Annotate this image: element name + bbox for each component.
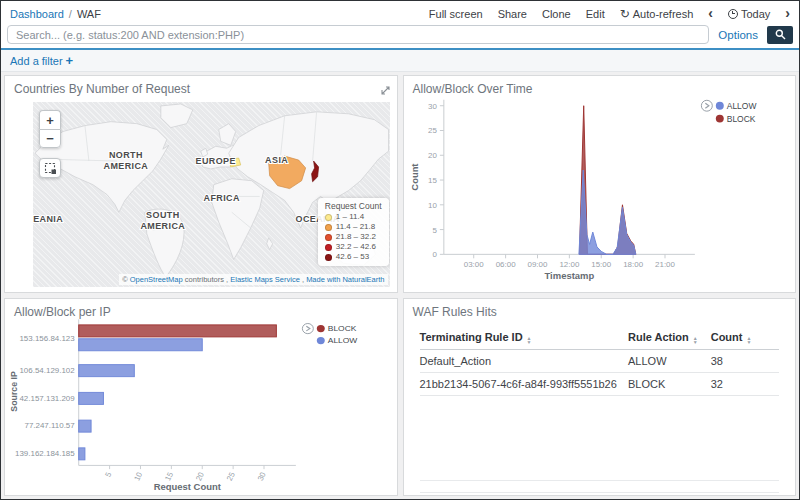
panel-title: WAF Rules Hits	[404, 299, 796, 319]
bar-allow	[79, 365, 135, 377]
bar-block	[79, 325, 277, 337]
legend-dot-allow[interactable]	[715, 102, 723, 110]
expand-icon	[381, 86, 390, 95]
clone-button[interactable]: Clone	[542, 8, 571, 20]
legend-label[interactable]: ALLOW	[726, 101, 756, 111]
map-legend-item: 11.4 – 21.8	[325, 222, 382, 232]
bar-allow	[79, 420, 91, 432]
options-link[interactable]: Options	[718, 29, 758, 41]
attribution-link[interactable]: OpenStreetMap	[130, 275, 183, 284]
legend-toggle-icon[interactable]	[701, 100, 712, 111]
region-scandinavia	[219, 124, 236, 146]
legend-dot-block[interactable]	[317, 325, 325, 332]
legend-range-label: 42.6 – 53	[336, 252, 369, 262]
x-axis-title: Request Count	[154, 483, 221, 493]
y-tick-label: 0	[432, 250, 437, 259]
panel-countries-map: Countries By Number of Request	[4, 75, 398, 293]
legend-color-dot	[325, 224, 332, 231]
sort-icon: ▲▼	[693, 337, 698, 344]
empty-row-divider	[420, 480, 780, 481]
panel-waf-rules-hits: WAF Rules Hits Terminating Rule ID▲▼Rule…	[403, 298, 797, 496]
add-filter-label: Add a filter	[10, 55, 63, 67]
x-tick-label: 25	[225, 471, 237, 482]
continent-label: EUROPE	[196, 156, 236, 166]
time-back-button[interactable]: ‹	[708, 9, 713, 19]
y-tick-label: 5	[432, 226, 437, 235]
table-cell: 38	[711, 350, 779, 373]
bar-allow	[79, 392, 104, 404]
x-tick-label: 20	[194, 471, 206, 482]
column-label: Rule Action	[628, 331, 689, 343]
breadcrumb-dashboard-link[interactable]: Dashboard	[10, 8, 64, 20]
y-tick-label: 30	[428, 102, 437, 111]
filter-bar: Add a filter +	[1, 50, 799, 72]
legend-label[interactable]: BLOCK	[726, 114, 755, 124]
map-draw-rectangle-button[interactable]	[39, 158, 61, 178]
category-label: 77.247.110.57	[24, 422, 74, 431]
table-row: Default_ActionALLOW38	[420, 350, 780, 373]
today-button[interactable]: Today	[728, 8, 770, 20]
continent-label: ASIA	[265, 155, 288, 165]
y-axis-title: Count	[408, 163, 419, 191]
x-tick-label: 30	[256, 471, 268, 482]
attribution-link[interactable]: Elastic Maps Service	[230, 275, 300, 284]
continent-africa	[212, 179, 264, 260]
category-label: 106.54.129.102	[19, 366, 74, 375]
x-tick-label: 03:00	[463, 260, 484, 269]
breadcrumb-separator: /	[69, 8, 72, 20]
chevron-left-icon: ‹	[708, 8, 713, 18]
map-zoom-in-button[interactable]: +	[39, 110, 61, 129]
bar-chart: 51015202530153.156.84.123106.54.129.1024…	[5, 299, 397, 495]
island-greenland	[161, 104, 193, 128]
query-bar: Options	[1, 23, 799, 50]
category-label: 42.157.131.209	[19, 394, 74, 403]
search-input[interactable]	[7, 25, 709, 44]
continent-label: OCEANIA	[33, 214, 63, 224]
column-label: Terminating Rule ID	[420, 331, 523, 343]
map-legend-title: Request Count	[325, 201, 382, 211]
column-label: Count	[711, 331, 743, 343]
empty-row-divider	[420, 492, 780, 493]
world-map[interactable]: NORTHAMERICASOUTHAMERICAEUROPEAFRICAASIA…	[33, 102, 390, 287]
full-screen-button[interactable]: Full screen	[429, 8, 483, 20]
column-header-count[interactable]: Count▲▼	[711, 325, 779, 350]
y-tick-label: 20	[428, 151, 437, 160]
time-forward-button[interactable]: ›	[785, 9, 790, 19]
breadcrumb-current: WAF	[77, 8, 101, 20]
auto-refresh-button[interactable]: ↻Auto-refresh	[620, 8, 694, 20]
refresh-icon: ↻	[620, 9, 630, 19]
map-legend-item: 32.2 – 42.6	[325, 242, 382, 252]
legend-color-dot	[325, 214, 332, 221]
map-legend-item: 1 – 11.4	[325, 212, 382, 222]
add-filter-button[interactable]: Add a filter +	[10, 53, 73, 68]
map-zoom-out-button[interactable]: −	[39, 129, 61, 148]
attribution-text: contributors ,	[183, 275, 231, 284]
plus-icon: +	[66, 53, 74, 68]
map-legend-item: 21.8 – 32.2	[325, 232, 382, 242]
kibana-dashboard: Dashboard / WAF Full screenShareCloneEdi…	[0, 0, 800, 500]
legend-toggle-icon[interactable]	[302, 324, 313, 334]
panel-allow-block-per-ip: Allow/Block per IP 51015202530153.156.84…	[4, 298, 398, 496]
legend-dot-allow[interactable]	[317, 337, 325, 344]
continent-label: AFRICA	[204, 193, 240, 203]
legend-label[interactable]: ALLOW	[328, 337, 358, 346]
y-axis-title: Source IP	[9, 371, 19, 411]
column-header-terminating-rule-id[interactable]: Terminating Rule ID▲▼	[420, 325, 629, 350]
edit-button[interactable]: Edit	[586, 8, 605, 20]
share-button[interactable]: Share	[498, 8, 527, 20]
legend-color-dot	[325, 254, 332, 261]
legend-label[interactable]: BLOCK	[328, 325, 357, 334]
continent-label: AMERICA	[140, 221, 185, 231]
legend-range-label: 21.8 – 32.2	[336, 232, 376, 242]
table-row: 21bb2134-5067-4c6f-a84f-993ff5551b26BLOC…	[420, 373, 780, 396]
legend-dot-block[interactable]	[715, 115, 723, 123]
panel-title: Allow/Block Over Time	[404, 76, 796, 96]
column-header-rule-action[interactable]: Rule Action▲▼	[628, 325, 711, 350]
expand-panel-button[interactable]	[381, 83, 390, 98]
rules-table: Terminating Rule ID▲▼Rule Action▲▼Count▲…	[420, 325, 780, 396]
attribution-link[interactable]: Made with NaturalEarth	[306, 275, 384, 284]
search-button[interactable]	[767, 26, 793, 44]
legend-range-label: 11.4 – 21.8	[336, 222, 375, 232]
top-bar: Dashboard / WAF Full screenShareCloneEdi…	[1, 1, 799, 23]
x-tick-label: 21:00	[655, 260, 676, 269]
